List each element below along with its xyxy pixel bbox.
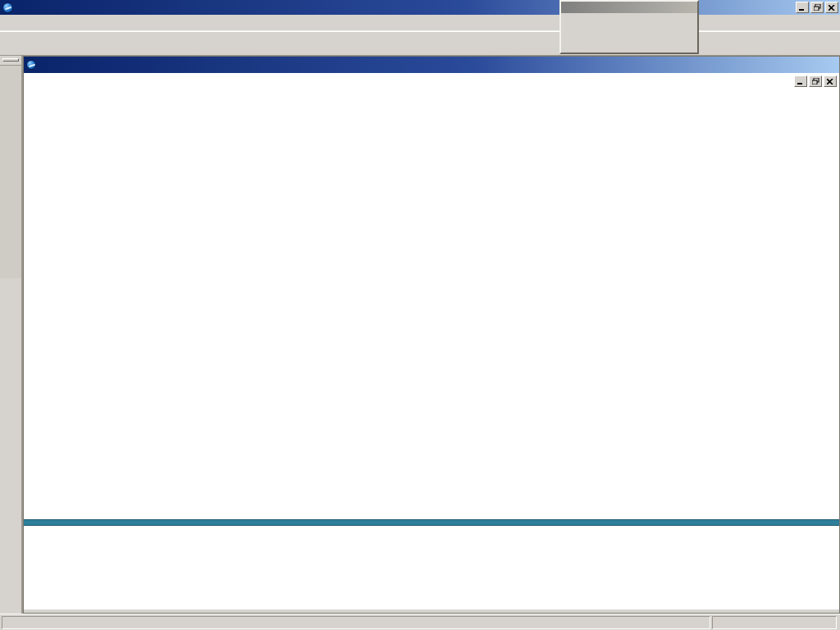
panel-splitter[interactable]: [24, 519, 839, 526]
chart-bottom-border: [24, 609, 839, 613]
chart-window: [23, 56, 840, 614]
application-window: [0, 0, 840, 630]
minimize-button[interactable]: [796, 2, 809, 13]
menu-bar: [0, 15, 840, 31]
drawing-tool-palette: [0, 56, 23, 614]
dialog-title[interactable]: [561, 2, 697, 13]
chart-title-bar[interactable]: [24, 57, 839, 73]
status-bar: [0, 614, 840, 630]
close-button[interactable]: [825, 2, 838, 13]
chart-body: [24, 73, 839, 613]
chart-minimize-button[interactable]: [794, 75, 807, 87]
chart-close-button[interactable]: [824, 75, 837, 87]
palette-empty-area: [0, 65, 21, 278]
stochastic-chart[interactable]: [24, 526, 839, 609]
palette-grip[interactable]: [2, 58, 19, 62]
title-bar[interactable]: [0, 0, 840, 15]
dostosuj-dialog[interactable]: [559, 0, 699, 54]
connection-status: [2, 616, 710, 629]
app-icon: [2, 2, 13, 13]
restore-button[interactable]: [810, 2, 824, 13]
toolbar: [0, 31, 840, 56]
chart-restore-button[interactable]: [809, 75, 822, 87]
active-instrument: [712, 616, 837, 629]
price-chart[interactable]: [24, 73, 839, 519]
chart-icon: [26, 60, 36, 70]
